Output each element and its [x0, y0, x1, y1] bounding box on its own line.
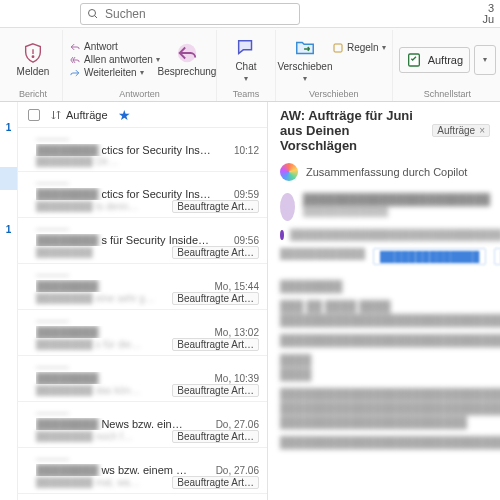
copilot-summary-button[interactable]: Zusammenfassung durch Copilot	[280, 153, 490, 189]
message-sender: ———	[36, 406, 259, 418]
message-category[interactable]: Beauftragte Art…	[172, 338, 259, 351]
message-time: Mo, 15:44	[215, 281, 259, 292]
message-body: ████████ ███ ██ ████ ████ ██████████████…	[280, 273, 490, 455]
message-subject: ████████ ws bzw. einem …	[36, 464, 210, 476]
message-preview: ████████ mal, wa…	[36, 477, 172, 488]
sender-info: ████████████████████████ ████████████	[303, 193, 490, 216]
message-time: Do, 27.06	[216, 465, 259, 476]
reply-all-button[interactable]: Allen antworten▾	[69, 54, 160, 65]
meeting-icon	[176, 42, 198, 64]
favorite-icon[interactable]: ★	[118, 107, 131, 123]
svg-point-3	[32, 56, 33, 57]
message-preview: ████████ das kön…	[36, 385, 172, 396]
assign-icon	[406, 52, 422, 68]
message-preview: ████████ ts denn…	[36, 201, 172, 212]
search-box[interactable]	[80, 3, 300, 25]
report-button[interactable]: Melden	[10, 33, 56, 87]
message-time: Do, 27.06	[216, 419, 259, 430]
move-button[interactable]: Verschieben▾	[282, 33, 328, 87]
message-subject: ████████ s für Security Inside…	[36, 234, 228, 246]
meeting-button[interactable]: Besprechung	[164, 33, 210, 87]
message-time: 09:56	[234, 235, 259, 246]
category-chip[interactable]: Aufträge×	[432, 124, 490, 137]
message-item[interactable]: ———████████ Mo, 15:44████████ eine sehr …	[18, 264, 267, 310]
search-icon	[87, 8, 99, 20]
forward-button[interactable]: Weiterleiten▾	[69, 67, 160, 78]
folder-move-icon	[294, 37, 316, 59]
assign-button[interactable]: Auftrag	[399, 47, 470, 73]
ribbon: Melden Bericht Antwort Allen antworten▾ …	[0, 28, 500, 102]
message-preview: ████████ noch f…	[36, 431, 172, 442]
folder-nav: 1 1	[0, 102, 18, 500]
message-subject: ████████	[36, 326, 209, 338]
message-sender: ———	[36, 132, 259, 144]
group-label: Bericht	[19, 89, 47, 101]
message-sender: ———	[36, 222, 259, 234]
message-time: Mo, 10:39	[215, 373, 259, 384]
select-all-checkbox[interactable]	[28, 109, 40, 121]
svg-rect-6	[408, 54, 419, 66]
message-subject: ████████	[36, 280, 209, 292]
nav-folder-badge[interactable]: 1	[6, 122, 12, 133]
message-category[interactable]: Beauftragte Art…	[172, 476, 259, 489]
message-item[interactable]: ———████████ ws bzw. einem …Do, 27.06████…	[18, 448, 267, 494]
message-subject: ████████	[36, 372, 209, 384]
message-sender: ———	[36, 314, 259, 326]
nav-folder-badge[interactable]: 1	[6, 224, 12, 235]
svg-rect-5	[334, 44, 342, 52]
message-subject: ████████ News bzw. ein…	[36, 418, 210, 430]
message-time: 09:59	[234, 189, 259, 200]
message-sender: ———	[36, 176, 259, 188]
message-category[interactable]: Beauftragte Art…	[172, 246, 259, 259]
chat-icon	[235, 37, 257, 59]
message-sender: ———	[36, 268, 259, 280]
message-sender: ———	[36, 452, 259, 464]
reply-button[interactable]: Antwort	[69, 41, 160, 52]
message-item[interactable]: ———████████ s für Security Inside…09:56█…	[18, 218, 267, 264]
assign-dropdown[interactable]: ▾	[474, 45, 496, 75]
svg-point-0	[89, 9, 96, 16]
message-item[interactable]: ———████████ News bzw. ein…Do, 27.06█████…	[18, 402, 267, 448]
close-icon[interactable]: ×	[479, 125, 485, 136]
message-category[interactable]: Beauftragte Art…	[172, 200, 259, 213]
message-item[interactable]: ———████████ Mo, 10:39████████ das kön…Be…	[18, 356, 267, 402]
message-preview: ████████	[36, 247, 172, 258]
copilot-icon	[280, 163, 298, 181]
message-item[interactable]: ———████████ OutlookDi, 25.06████████	[18, 494, 267, 500]
sort-dropdown[interactable]: Aufträge	[50, 109, 108, 121]
sender-avatar	[280, 193, 295, 221]
message-time: 10:12	[234, 145, 259, 156]
message-subject: ████████ ctics for Security Ins…	[36, 144, 228, 156]
quick-action[interactable]: ██████████████	[373, 248, 486, 265]
message-preview: ████████ s für die…	[36, 339, 172, 350]
quick-action[interactable]: ████████	[494, 248, 500, 265]
search-input[interactable]	[105, 7, 293, 21]
header-date: 3 Ju	[482, 3, 494, 25]
message-preview: ████████ Dir…	[36, 156, 259, 167]
message-category[interactable]: Beauftragte Art…	[172, 430, 259, 443]
message-sender: ———	[36, 360, 259, 372]
recipient-row: ██████████████████████████████	[280, 227, 490, 248]
rules-button[interactable]: Regeln▾	[332, 42, 386, 54]
message-time: Mo, 13:02	[215, 327, 259, 338]
message-category[interactable]: Beauftragte Art…	[172, 292, 259, 305]
chat-button[interactable]: Chat▾	[223, 33, 269, 87]
reading-subject: AW: Aufträge für Juni aus Deinen Vorschl…	[280, 108, 426, 153]
message-category[interactable]: Beauftragte Art…	[172, 384, 259, 397]
recipient-icon	[280, 230, 284, 240]
message-subject: ████████ ctics for Security Ins…	[36, 188, 228, 200]
message-item[interactable]: ———████████ ctics for Security Ins…09:59…	[18, 172, 267, 218]
message-item[interactable]: ———████████ Mo, 13:02████████ s für die……	[18, 310, 267, 356]
message-preview: ████████ eine sehr g…	[36, 293, 172, 304]
shield-icon	[22, 42, 44, 64]
nav-folder-selected[interactable]	[0, 167, 17, 190]
svg-line-1	[95, 15, 98, 18]
message-item[interactable]: ———████████ ctics for Security Ins…10:12…	[18, 128, 267, 172]
